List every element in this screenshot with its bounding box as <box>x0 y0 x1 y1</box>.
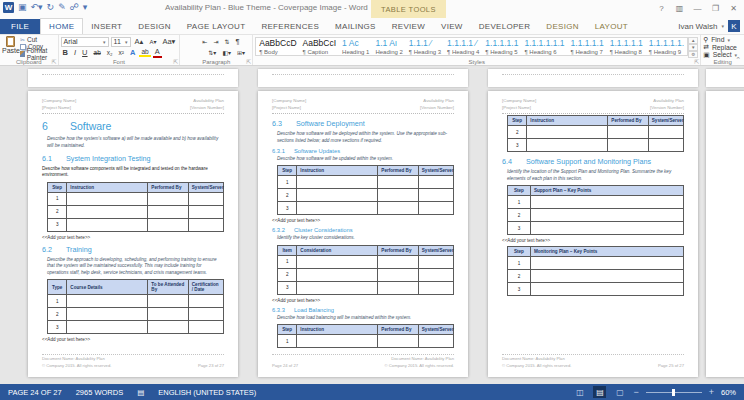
style-item-heading-1[interactable]: 1 AcHeading 1 <box>339 38 372 55</box>
styles-dialog-launcher[interactable]: ⇱ <box>694 58 699 65</box>
help-icon[interactable]: ? <box>653 1 670 15</box>
font-dialog-launcher[interactable]: ⇱ <box>173 58 178 65</box>
table-cell[interactable]: 1 <box>278 255 297 268</box>
zoom-in-icon[interactable]: + <box>709 387 714 397</box>
table-row[interactable]: 3 <box>278 202 454 215</box>
table-cell[interactable] <box>530 222 683 235</box>
table-cell[interactable]: 3 <box>508 139 527 152</box>
add-text-placeholder[interactable]: <<Add your text here>> <box>272 218 454 223</box>
qat-customize-icon[interactable]: ▾ <box>83 2 88 13</box>
table-cell[interactable] <box>378 202 418 215</box>
paste-button[interactable]: Paste <box>2 36 20 57</box>
table-cell[interactable]: 1 <box>508 257 531 270</box>
style-item--heading-4[interactable]: 1.1.1.1 ⁄¶ Heading 4 <box>444 38 482 55</box>
table-cell[interactable] <box>148 295 188 308</box>
print-layout-icon[interactable]: ▤ <box>593 386 606 398</box>
table-row[interactable]: 2 <box>48 205 224 218</box>
word-count[interactable]: 2965 WORDS <box>76 388 124 397</box>
table-cell[interactable]: 1 <box>278 335 297 348</box>
table-row[interactable]: 2 <box>508 209 684 222</box>
read-mode-icon[interactable]: ◫ <box>573 386 586 398</box>
page-indicator[interactable]: PAGE 24 OF 27 <box>8 388 62 397</box>
superscript-button[interactable]: x² <box>117 49 126 56</box>
table-cell[interactable] <box>67 321 148 334</box>
italic-button[interactable]: I <box>72 48 78 57</box>
draw-icon[interactable]: ✎ <box>58 2 66 13</box>
undo-icon[interactable]: ↶▾ <box>31 2 43 13</box>
data-table[interactable]: StepMonitoring Plan – Key Points123 <box>507 246 684 296</box>
table-cell[interactable]: 3 <box>48 218 67 231</box>
sort-button[interactable]: ⇅ <box>222 38 231 45</box>
grow-font-button[interactable]: A▴ <box>133 37 146 46</box>
table-cell[interactable]: 2 <box>508 209 531 222</box>
table-cell[interactable] <box>67 205 148 218</box>
document-page-23[interactable]: [Company Name][Project Name]Availability… <box>28 91 238 377</box>
add-text-placeholder[interactable]: <<Add your text here>> <box>42 337 224 342</box>
style-item--heading-3[interactable]: 1.1.1 ⁄¶ Heading 3 <box>406 38 444 55</box>
document-page-24[interactable]: [Company Name][Project Name]Availability… <box>258 91 468 377</box>
table-cell[interactable] <box>418 281 453 294</box>
table-cell[interactable]: 2 <box>48 205 67 218</box>
table-row[interactable]: 1 <box>278 335 454 348</box>
ribbon-display-options-icon[interactable]: ▥ <box>671 1 688 15</box>
table-row[interactable]: 2 <box>278 268 454 281</box>
zoom-slider[interactable] <box>646 392 702 393</box>
tab-page-layout[interactable]: PAGE LAYOUT <box>179 19 254 34</box>
table-row[interactable]: 3 <box>278 281 454 294</box>
table-cell[interactable] <box>148 205 188 218</box>
document-page-25[interactable]: [Company Name][Project Name]Availability… <box>488 91 698 377</box>
table-cell[interactable] <box>648 139 683 152</box>
change-case-button[interactable]: Aa▾ <box>160 37 177 46</box>
table-cell[interactable] <box>297 189 378 202</box>
table-row[interactable]: 3 <box>508 139 684 152</box>
data-table[interactable]: ItemConsiderationPerformed BySystem/Serv… <box>277 245 454 295</box>
table-row[interactable]: 3 <box>508 222 684 235</box>
table-cell[interactable] <box>378 281 418 294</box>
clipboard-dialog-launcher[interactable]: ⇱ <box>52 58 57 65</box>
web-layout-icon[interactable]: ▢ <box>613 386 626 398</box>
font-size-select[interactable]: 11▾ <box>111 37 131 47</box>
tab-insert[interactable]: INSERT <box>83 19 130 34</box>
redo-icon[interactable]: ↻ <box>47 2 55 13</box>
style-item--body[interactable]: AaBbCcD¶ Body <box>256 38 299 55</box>
table-cell[interactable] <box>148 321 188 334</box>
table-row[interactable]: 1 <box>508 196 684 209</box>
proofing-icon[interactable]: ▤ <box>137 388 144 397</box>
table-cell[interactable] <box>297 281 378 294</box>
tab-design[interactable]: DESIGN <box>130 19 178 34</box>
find-button[interactable]: ⚲Find▾ <box>703 36 742 44</box>
table-cell[interactable] <box>530 283 683 296</box>
account-area[interactable]: Ivan Walsh ▾ K <box>678 20 740 32</box>
data-table[interactable]: StepInstructionPerformed BySystem/Server… <box>47 182 224 232</box>
table-cell[interactable] <box>527 139 608 152</box>
collapse-ribbon-icon[interactable]: ⌃ <box>735 56 741 64</box>
add-text-placeholder[interactable]: <<Add your text here>> <box>502 238 684 243</box>
table-cell[interactable] <box>378 176 418 189</box>
table-cell[interactable] <box>148 218 188 231</box>
decrease-indent-button[interactable]: ⇤ <box>200 38 209 45</box>
font-name-select[interactable]: Arial▾ <box>61 37 109 47</box>
increase-indent-button[interactable]: ⇥ <box>211 38 220 45</box>
table-cell[interactable] <box>608 126 648 139</box>
zoom-out-icon[interactable]: − <box>633 387 638 397</box>
table-row[interactable]: 1 <box>48 295 224 308</box>
close-icon[interactable]: ✕ <box>725 1 742 15</box>
table-cell[interactable] <box>188 218 223 231</box>
tab-mailings[interactable]: MAILINGS <box>327 19 384 34</box>
table-cell[interactable]: 3 <box>278 281 297 294</box>
table-cell[interactable] <box>297 268 378 281</box>
table-cell[interactable] <box>297 176 378 189</box>
shrink-font-button[interactable]: A▾ <box>147 38 158 45</box>
tab-review[interactable]: REVIEW <box>384 19 433 34</box>
table-cell[interactable] <box>67 192 148 205</box>
paragraph-dialog-launcher[interactable]: ⇱ <box>246 58 251 65</box>
table-row[interactable]: 1 <box>48 192 224 205</box>
table-cell[interactable] <box>188 308 223 321</box>
tab-file[interactable]: FILE <box>0 19 40 34</box>
table-cell[interactable] <box>530 196 683 209</box>
underline-button[interactable]: U <box>80 48 89 57</box>
font-color-button[interactable]: A <box>153 47 162 58</box>
tab-view[interactable]: VIEW <box>433 19 471 34</box>
styles-more-icon[interactable]: ⚙ <box>688 51 698 58</box>
table-cell[interactable] <box>378 268 418 281</box>
